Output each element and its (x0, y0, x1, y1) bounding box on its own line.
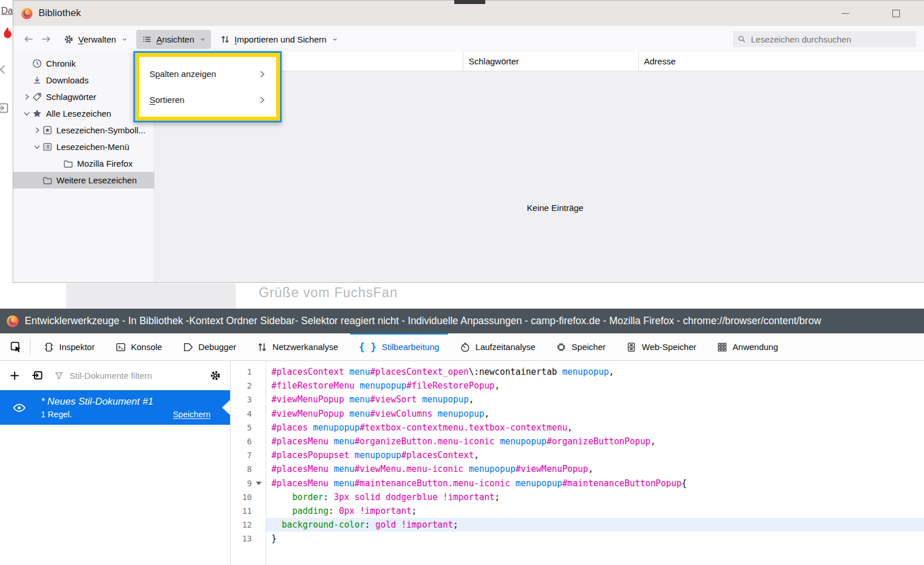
style-editor-options-gear-icon[interactable] (210, 370, 221, 381)
background-window-strip (0, 0, 13, 309)
sidebar-item-label: Mozilla Firefox (77, 159, 133, 168)
line-number[interactable]: 1 (231, 365, 266, 379)
performance-icon (460, 342, 470, 352)
line-number[interactable]: 7 (231, 448, 266, 462)
toolbar-separator (30, 339, 30, 355)
line-number[interactable]: 5 (231, 421, 266, 435)
chevron-right-icon[interactable] (33, 126, 43, 135)
braces-icon: { } (359, 341, 377, 353)
pick-element-button[interactable] (3, 333, 29, 360)
stylesheet-filter-input[interactable] (68, 370, 198, 381)
line-number[interactable]: 4 (231, 407, 266, 421)
views-button[interactable]: Ansichten (136, 30, 211, 49)
submenu-chevron-right-icon (258, 70, 267, 79)
stylesheet-name: * Neues Stil-Dokument #1 (41, 396, 154, 407)
chevron-down-icon (332, 37, 338, 42)
devtools-tabbar: InspektorKonsoleDebuggerNetzwerkanalyse{… (0, 333, 924, 361)
chevron-down-icon[interactable] (33, 143, 43, 152)
filter-funnel-icon (55, 371, 63, 380)
line-number[interactable]: 9 (231, 476, 266, 490)
menu-item-sort[interactable]: Sortieren (139, 87, 276, 113)
sidebar-item-label: Weitere Lesezeichen (56, 175, 137, 185)
column-header-tags[interactable]: Schlagwörter (469, 56, 519, 66)
menu-item-label: Sortieren (149, 95, 185, 105)
code-line-7[interactable]: #placesPopupset menupopup#placesContext, (266, 448, 924, 462)
line-number[interactable]: 13 (231, 532, 266, 545)
tab-label: Konsole (131, 342, 162, 352)
column-separator[interactable] (638, 52, 639, 71)
new-stylesheet-button[interactable] (9, 370, 20, 381)
sidebar-item-mozilla-firefox[interactable]: Mozilla Firefox (13, 155, 154, 172)
stylesheet-filter-box[interactable] (55, 370, 198, 381)
code-line-9[interactable]: #placesMenu menu#maintenanceButton.menu-… (266, 476, 924, 490)
tab-web-speicher[interactable]: Web-Speicher (618, 333, 705, 360)
forward-button[interactable] (37, 34, 55, 44)
line-number[interactable]: 6 (231, 435, 266, 448)
chevron-right-icon[interactable] (22, 93, 32, 102)
background-chevron-icon (0, 63, 9, 76)
page-greeting-text: Grüße vom FuchsFan (259, 285, 398, 301)
code-line-2[interactable]: #fileRestoreMenu menupopup#fileRestorePo… (266, 379, 924, 393)
code-line-4[interactable]: #viewMenuPopup menu#viewColumns menupopu… (266, 407, 924, 421)
code-line-11[interactable]: padding: 0px !important; (266, 504, 924, 518)
tab-laufzeitanalyse[interactable]: Laufzeitanalyse (451, 333, 544, 360)
tab-netzwerkanalyse[interactable]: Netzwerkanalyse (248, 333, 347, 360)
devtools-window-title: Entwicklerwerkzeuge - In Bibliothek -Kon… (25, 315, 821, 327)
folder-icon (43, 175, 52, 185)
code-line-8[interactable]: #placesMenu menu#viewMenu.menu-iconic me… (266, 462, 924, 476)
save-link[interactable]: Speichern (173, 410, 210, 419)
line-number[interactable]: 10 (231, 490, 266, 504)
line-number[interactable]: 3 (231, 393, 266, 406)
tab-speicher[interactable]: Speicher (547, 333, 614, 360)
sidebar-item-lesezeichen-symboll-[interactable]: Lesezeichen-Symboll... (13, 122, 154, 139)
stylesheet-summary: * Neues Stil-Dokument #1 1 Regel. Speich… (41, 396, 230, 419)
tab-konsole[interactable]: Konsole (107, 333, 171, 360)
flame-logo-icon (2, 26, 13, 43)
bookmark-search-box[interactable] (733, 31, 916, 47)
code-line-13[interactable]: } (266, 532, 924, 545)
css-source-editor[interactable]: 12345678910111213 #placesContext menu#pl… (231, 361, 924, 565)
line-number[interactable]: 8 (231, 462, 266, 476)
background-import-icon (0, 101, 9, 115)
line-number[interactable]: 2 (231, 379, 266, 393)
devtools-titlebar: Entwicklerwerkzeuge - In Bibliothek -Kon… (0, 309, 924, 333)
column-separator[interactable] (463, 52, 463, 71)
sidebar-item-weitere-lesezeichen[interactable]: Weitere Lesezeichen (13, 172, 154, 189)
code-area[interactable]: #placesContext menu#placesContext_open\:… (266, 361, 924, 565)
storage-icon (626, 342, 637, 352)
firefox-logo-icon (6, 315, 19, 328)
visibility-eye-icon[interactable] (13, 401, 26, 414)
line-number[interactable]: 11 (231, 504, 266, 518)
code-line-3[interactable]: #viewMenuPopup menu#viewSort menupopup, (266, 393, 924, 406)
code-line-1[interactable]: #placesContext menu#placesContext_open\:… (266, 365, 924, 379)
empty-list-message: Keine Einträge (155, 203, 924, 213)
minimize-button[interactable] (832, 1, 858, 26)
chevron-down-icon[interactable] (22, 109, 32, 118)
search-input[interactable] (750, 34, 911, 45)
code-line-12[interactable]: background-color: gold !important; (266, 518, 924, 532)
tab-inspektor[interactable]: Inspektor (35, 333, 103, 360)
code-line-10[interactable]: border: 3px solid dodgerblue !important; (266, 490, 924, 504)
column-header-address[interactable]: Adresse (644, 56, 676, 66)
tab-debugger[interactable]: Debugger (174, 333, 245, 360)
back-button[interactable] (20, 34, 37, 44)
menu-item-show-columns[interactable]: Spalten anzeigen (139, 61, 276, 87)
views-menu-popup: Spalten anzeigenSortieren (133, 51, 282, 122)
code-line-6[interactable]: #placesMenu menu#organizeButton.menu-ico… (266, 435, 924, 448)
import-backup-button[interactable]: Importieren und Sichern (214, 30, 343, 49)
stylesheet-list-item-selected[interactable]: * Neues Stil-Dokument #1 1 Regel. Speich… (0, 390, 230, 425)
code-line-5[interactable]: #places menupopup#textbox-contextmenu.te… (266, 421, 924, 435)
manage-button[interactable]: Verwalten (58, 30, 133, 49)
line-number[interactable]: 12 (231, 518, 266, 532)
maximize-button[interactable] (883, 1, 909, 26)
sidebar-item-lesezeichen-men-[interactable]: Lesezeichen-Menü (13, 139, 154, 155)
expander-spacer (22, 76, 32, 85)
screen: Da Grüße vom FuchsFan Bibliothek (0, 0, 924, 565)
sidebar-item-label: Downloads (46, 75, 89, 85)
tab-anwendung[interactable]: Anwendung (708, 333, 787, 360)
line-number-gutter: 12345678910111213 (231, 361, 266, 565)
debugger-icon (183, 342, 193, 352)
memory-icon (556, 342, 566, 352)
import-stylesheet-button[interactable] (32, 370, 43, 381)
tab-stilbearbeitung[interactable]: { }Stilbearbeitung (350, 333, 448, 360)
